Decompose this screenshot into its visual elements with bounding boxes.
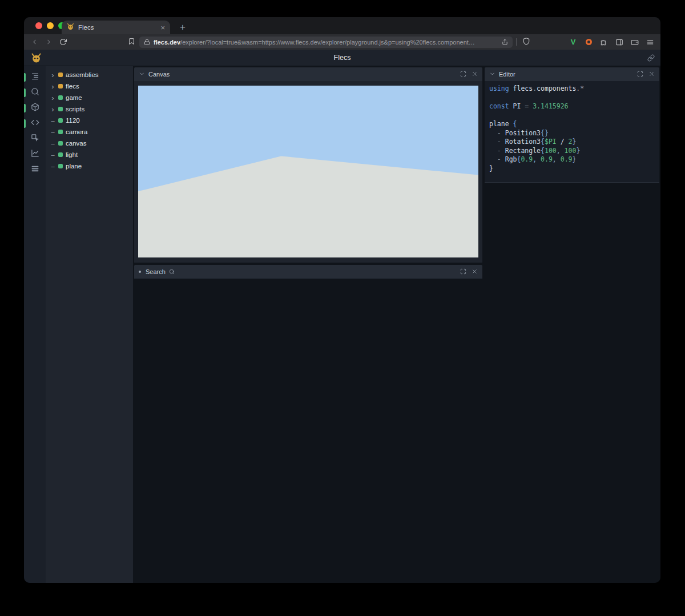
close-icon[interactable]: [472, 267, 478, 277]
brave-shield-icon[interactable]: [522, 37, 530, 48]
flecs-explorer-app: Flecs ›assemblies›flecs›game›scripts–112…: [24, 50, 660, 583]
code-line: [489, 94, 655, 103]
center-column: Canvas Search: [133, 66, 483, 583]
nav-search-button[interactable]: [24, 85, 46, 100]
leaf-dash-icon: –: [50, 152, 55, 158]
tree-item-plane[interactable]: –plane: [46, 160, 133, 172]
back-button[interactable]: [29, 36, 41, 48]
entity-tree: ›assemblies›flecs›game›scripts–1120–came…: [46, 66, 133, 583]
active-indicator: [24, 73, 26, 82]
window-controls: [35, 22, 65, 29]
tree-item-assemblies[interactable]: ›assemblies: [46, 69, 133, 80]
search-icon: [31, 87, 39, 98]
share-link-icon[interactable]: [647, 54, 655, 64]
maximize-icon[interactable]: [460, 69, 466, 79]
entity-kind-swatch: [58, 152, 63, 157]
close-icon[interactable]: [472, 69, 478, 79]
code-line: }: [489, 164, 655, 174]
center-empty-area: [134, 279, 482, 583]
url-text: flecs.dev/explorer/?local=true&wasm=http…: [154, 39, 498, 46]
extension-ring-icon[interactable]: [583, 37, 594, 48]
tree-item-label: game: [66, 94, 82, 101]
tree-item-camera[interactable]: –camera: [46, 126, 133, 138]
code-line: - Rgb{0.9, 0.9, 0.9}: [489, 155, 655, 164]
entity-kind-swatch: [58, 118, 63, 123]
tree-item-label: plane: [66, 163, 82, 170]
code-line: plane {: [489, 120, 655, 129]
statistics-icon: [31, 149, 39, 160]
editor-panel-header: Editor: [485, 67, 659, 81]
editor-empty-area: [485, 183, 659, 583]
tree-item-light[interactable]: –light: [46, 149, 133, 160]
nav-statistics-button[interactable]: [24, 147, 46, 162]
inspector-icon: [31, 134, 39, 144]
tree-item-label: camera: [66, 128, 87, 135]
tree-item-scripts[interactable]: ›scripts: [46, 103, 133, 115]
code-line: - Position3{}: [489, 129, 655, 138]
canvas-3d-viewport[interactable]: [134, 81, 482, 263]
nav-inspector-button[interactable]: [24, 131, 46, 147]
extensions-area: V: [567, 34, 656, 50]
code-line: const PI = 3.1415926: [489, 102, 655, 111]
tree-item-label: light: [66, 151, 78, 158]
tree-item-label: flecs: [66, 83, 79, 90]
app-header: Flecs: [24, 50, 660, 66]
leaf-dash-icon: –: [50, 140, 55, 147]
address-bar[interactable]: flecs.dev/explorer/?local=true&wasm=http…: [139, 37, 513, 48]
forward-button[interactable]: [43, 36, 55, 48]
expand-chevron-icon: ›: [50, 71, 55, 79]
browser-tab[interactable]: Flecs ×: [62, 21, 170, 34]
chevron-down-icon[interactable]: [489, 69, 495, 79]
wallet-icon[interactable]: [629, 37, 640, 48]
nav-logs-button[interactable]: [24, 162, 46, 178]
nav-entities-button[interactable]: [24, 100, 46, 116]
nav-code-button[interactable]: [24, 116, 46, 131]
extensions-puzzle-icon[interactable]: [598, 37, 610, 48]
left-icon-strip: [24, 66, 46, 583]
search-icon: [169, 267, 175, 277]
tree-item-1120[interactable]: –1120: [46, 115, 133, 126]
editor-column: Editor using flecs.components.* const PI…: [483, 66, 660, 583]
extension-v-icon[interactable]: V: [567, 37, 579, 48]
scene-render: [138, 86, 478, 257]
tab-close-icon[interactable]: ×: [160, 24, 165, 31]
maximize-icon[interactable]: [460, 267, 466, 277]
code-line: [489, 111, 655, 120]
tree-item-label: 1120: [66, 117, 80, 124]
collapsed-dot-icon[interactable]: [139, 271, 141, 273]
toolbar-divider: [516, 38, 517, 46]
bookmark-icon[interactable]: [128, 37, 135, 47]
entity-kind-swatch: [58, 73, 63, 77]
entity-kind-swatch: [58, 95, 63, 100]
menu-icon[interactable]: [644, 37, 656, 48]
leaf-dash-icon: –: [50, 163, 55, 170]
code-line: using flecs.components.*: [489, 84, 655, 94]
browser-toolbar: flecs.dev/explorer/?local=true&wasm=http…: [24, 34, 660, 50]
nav-outliner-button[interactable]: [24, 70, 46, 85]
expand-chevron-icon: ›: [50, 94, 55, 102]
chevron-down-icon[interactable]: [139, 69, 145, 79]
tab-bar: Flecs × +: [24, 17, 660, 34]
tree-item-canvas[interactable]: –canvas: [46, 138, 133, 149]
outliner-icon: [31, 72, 39, 83]
tab-title: Flecs: [78, 24, 156, 31]
entity-kind-swatch: [58, 107, 63, 111]
share-icon[interactable]: [502, 37, 508, 47]
new-tab-button[interactable]: +: [176, 21, 190, 34]
site-security-lock-icon[interactable]: [144, 37, 150, 47]
minimize-window-button[interactable]: [47, 22, 54, 29]
sidebar-toggle-icon[interactable]: [614, 37, 625, 48]
flecs-logo-icon: [31, 53, 42, 66]
close-window-button[interactable]: [35, 22, 42, 29]
close-icon[interactable]: [648, 69, 655, 79]
entity-kind-swatch: [58, 164, 63, 168]
active-indicator: [24, 119, 26, 128]
tree-item-game[interactable]: ›game: [46, 92, 133, 103]
editor-panel-title: Editor: [499, 71, 634, 78]
editor-code[interactable]: using flecs.components.* const PI = 3.14…: [485, 81, 659, 183]
entity-kind-swatch: [58, 84, 63, 88]
maximize-icon[interactable]: [637, 69, 643, 79]
reload-button[interactable]: [57, 36, 69, 48]
search-panel-header: Search: [134, 265, 482, 279]
tree-item-flecs[interactable]: ›flecs: [46, 80, 133, 92]
